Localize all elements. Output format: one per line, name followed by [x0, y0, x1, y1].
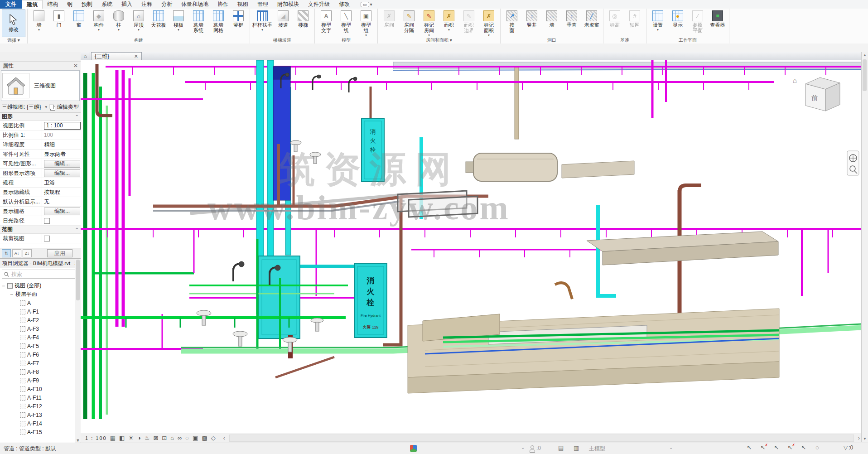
viewer-button[interactable]: ■查看器 — [708, 10, 728, 28]
ribbon-tab[interactable]: 管理 — [253, 0, 273, 9]
ribbon-tab[interactable]: 系统 — [97, 0, 117, 9]
property-row[interactable]: 显示隐藏线按规程 — [0, 188, 81, 197]
ribbon-group-label[interactable]: 洞口 — [501, 37, 603, 43]
design-options-icon[interactable]: ▥ — [574, 444, 579, 451]
tree-item-view[interactable]: A-F6 — [0, 350, 81, 359]
property-row[interactable]: 图形显示选项编辑... — [0, 169, 81, 178]
apply-button[interactable]: 应用 — [47, 249, 72, 257]
property-row[interactable]: 裁剪视图 — [0, 234, 81, 243]
tag-room-button[interactable]: ✎标记 房间▾ — [419, 10, 439, 37]
property-input[interactable]: 1 : 100 — [44, 122, 81, 130]
select-by-face-icon[interactable]: ↖✗ — [786, 444, 794, 451]
scroll-right-icon[interactable]: › — [858, 435, 860, 441]
ribbon-tab[interactable]: 修改 — [334, 0, 354, 9]
tree-item-view[interactable]: A-F5 — [0, 342, 81, 350]
roof-button[interactable]: ⌂屋顶▾ — [129, 10, 149, 32]
ribbon-group-label[interactable]: 构建 — [28, 37, 250, 43]
ribbon-group-label[interactable]: 基准 — [603, 37, 646, 43]
property-row[interactable]: 日光路径 — [0, 216, 81, 226]
checkbox[interactable] — [44, 218, 50, 224]
ribbon-tab[interactable]: 预制 — [77, 0, 97, 9]
tree-item-view[interactable]: A-F13 — [0, 411, 81, 419]
view-tab-close-icon[interactable]: ✕ — [134, 53, 138, 59]
edit-type-button[interactable]: 编辑类型 — [49, 103, 79, 111]
displace-icon[interactable]: ◇ — [211, 435, 216, 442]
tree-item-view[interactable]: A-F10 — [0, 385, 81, 393]
sun-path-icon[interactable]: ☀ — [128, 435, 134, 442]
shaft-button[interactable]: ↕竖井 — [522, 10, 542, 28]
ribbon-tab[interactable]: 结构 — [43, 0, 63, 9]
file-tab[interactable]: 文件 — [0, 0, 22, 9]
model-line-button[interactable]: ╲模型 线 — [336, 10, 356, 34]
tree-item-view[interactable]: A-F11 — [0, 393, 81, 402]
ribbon-tab[interactable]: 视图 — [233, 0, 253, 9]
ribbon-tab[interactable]: 注释 — [137, 0, 157, 9]
model-group-button[interactable]: ▣模型 组▾ — [356, 10, 376, 37]
tree-item-view[interactable]: A-F12 — [0, 402, 81, 411]
ribbon-collapse-control[interactable]: ▭ ▾ — [361, 0, 372, 9]
ribbon-tab[interactable]: 分析 — [157, 0, 177, 9]
ribbon-tab[interactable]: 附加模块 — [273, 0, 304, 9]
crop-region-icon[interactable]: ⊡ — [162, 435, 167, 442]
ribbon-tab[interactable]: 文件升级 — [304, 0, 334, 9]
browser-search-input[interactable]: 搜索 — [2, 270, 79, 279]
worksets-icon[interactable] — [410, 445, 417, 452]
tree-item-views[interactable]: −视图 (全部) — [0, 281, 81, 290]
checkbox[interactable] — [44, 236, 50, 241]
tree-item-view[interactable]: A-F3 — [0, 324, 81, 333]
temporary-view-icon[interactable]: ◌ — [185, 435, 189, 442]
modify-button[interactable]: 修改 — [2, 10, 25, 37]
scrollbar-thumb[interactable] — [76, 260, 80, 300]
tree-item-view[interactable]: A — [0, 299, 81, 307]
select-group-label[interactable]: 选择 ▾ — [2, 37, 25, 43]
browser-scrollbar[interactable]: ▼ — [75, 259, 81, 443]
ceiling-button[interactable]: 天花板 — [149, 10, 169, 28]
curtain-grid-button[interactable]: 幕墙 网格 — [208, 10, 228, 34]
ribbon-group-label[interactable]: 房间和面积 ▾ — [378, 37, 500, 43]
ribbon-tab[interactable]: 钢 — [63, 0, 77, 9]
scroll-up-icon[interactable]: ▲ — [862, 53, 868, 57]
wall-button[interactable]: 墙▾ — [29, 10, 49, 32]
property-row[interactable]: 默认分析显示...无 — [0, 197, 81, 207]
ribbon-group-label[interactable]: 模型 — [315, 37, 377, 43]
tree-item-view[interactable]: A-F15 — [0, 428, 81, 436]
tree-item-floor-plans[interactable]: −楼层平面 — [0, 290, 81, 299]
tree-item-view[interactable]: A-F1 — [0, 307, 81, 316]
scroll-left-icon[interactable]: ‹ — [223, 435, 225, 441]
select-links-icon[interactable]: ↖ — [745, 444, 753, 451]
visual-style-icon[interactable]: ◧ — [119, 435, 125, 442]
ramp-button[interactable]: ◢坡道 — [273, 10, 293, 28]
drag-on-selection-icon[interactable]: ↖ — [800, 444, 808, 451]
selection-box-icon[interactable]: ▩ — [202, 435, 207, 442]
scrollbar-thumb[interactable] — [863, 59, 867, 91]
tree-item-view[interactable]: A-F14 — [0, 419, 81, 428]
wall-opening-button[interactable]: ↔墙 — [542, 10, 562, 28]
column-button[interactable]: 柱▾ — [109, 10, 129, 32]
sort-descending-icon[interactable]: Z↓ — [23, 249, 32, 257]
ribbon-group-label[interactable]: 楼梯坡道 — [250, 37, 314, 43]
edit-button[interactable]: 编辑... — [44, 160, 80, 168]
type-selector[interactable]: 三维视图 — [1, 70, 80, 101]
worksharing-display-icon[interactable]: ▣ — [193, 435, 198, 442]
sort-ascending-icon[interactable]: A↓ — [12, 249, 21, 257]
ribbon-tab[interactable]: 体量和场地 — [177, 0, 213, 9]
view-cube[interactable]: ⌂ 前 — [793, 77, 840, 111]
shadows-icon[interactable]: ◑ — [137, 435, 141, 442]
property-row[interactable]: 比例值 1:100 — [0, 130, 81, 140]
sort-by-group-icon[interactable]: ⇅ — [2, 249, 11, 257]
edit-button[interactable]: 编辑... — [44, 169, 80, 177]
property-row[interactable]: 视图比例1 : 100 — [0, 121, 81, 130]
scroll-down-icon[interactable]: ▼ — [862, 437, 868, 441]
home-view-icon[interactable]: ⌂ — [81, 52, 90, 60]
collapse-section-icon[interactable]: ⌃ — [75, 114, 79, 119]
workplane-set-button[interactable]: 设置▾ — [648, 10, 668, 32]
ribbon-tab[interactable]: 插入 — [117, 0, 137, 9]
ribbon-tab[interactable]: 建筑 — [22, 0, 43, 9]
filter-control[interactable]: ▽ :0 — [844, 444, 853, 451]
tree-expander[interactable]: − — [10, 291, 14, 298]
property-row[interactable]: 详细程度精细 — [0, 140, 81, 150]
ribbon-group-label[interactable]: 工作平面 — [646, 37, 729, 43]
tag-area-button[interactable]: ✗标记 面积▾ — [479, 10, 499, 37]
reveal-hidden-icon[interactable]: ∞ — [178, 435, 182, 442]
component-button[interactable]: ◆构件▾ — [89, 10, 109, 32]
